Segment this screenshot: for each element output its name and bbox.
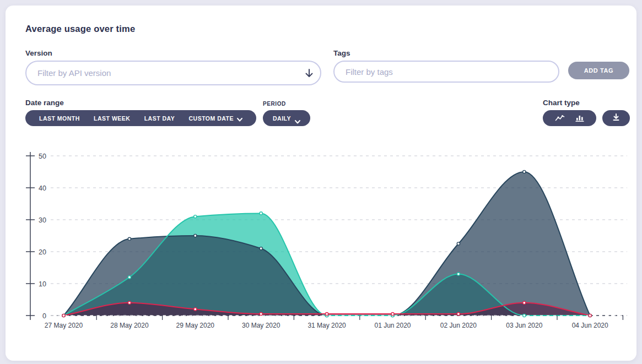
period-dropdown[interactable]: DAILY [263, 110, 310, 126]
svg-text:29 May 2020: 29 May 2020 [176, 322, 215, 329]
svg-text:30 May 2020: 30 May 2020 [242, 322, 280, 329]
chart-type-group [543, 110, 596, 126]
date-range-label: Date range [25, 99, 64, 107]
svg-text:28 May 2020: 28 May 2020 [110, 322, 149, 329]
svg-text:20: 20 [39, 248, 46, 256]
chart-type-label: Chart type [543, 99, 580, 107]
tags-filter-input[interactable] [333, 61, 559, 83]
svg-text:50: 50 [39, 153, 46, 160]
chevron-down-icon [237, 116, 242, 120]
svg-text:0: 0 [42, 312, 46, 320]
line-chart-icon[interactable] [554, 113, 566, 123]
usage-chart-svg: 0102030405027 May 202028 May 202029 May … [22, 148, 634, 338]
svg-text:31 May 2020: 31 May 2020 [307, 322, 346, 329]
svg-text:30: 30 [39, 216, 46, 224]
svg-text:01 Jun 2020: 01 Jun 2020 [374, 322, 411, 329]
download-icon [612, 113, 620, 123]
page-title: Average usage over time [25, 24, 135, 34]
usage-chart: 0102030405027 May 202028 May 202029 May … [22, 148, 634, 338]
usage-panel: Average usage over time Version Tags ADD… [6, 6, 636, 361]
svg-text:10: 10 [39, 280, 46, 288]
svg-text:02 Jun 2020: 02 Jun 2020 [440, 322, 477, 329]
period-selected-value: DAILY [273, 115, 291, 122]
last-day-button[interactable]: LAST DAY [144, 115, 175, 122]
last-month-button[interactable]: LAST MONTH [39, 115, 80, 122]
svg-text:03 Jun 2020: 03 Jun 2020 [506, 322, 542, 329]
version-filter-input[interactable] [25, 61, 321, 85]
download-chart-button[interactable] [602, 110, 630, 126]
last-week-button[interactable]: LAST WEEK [94, 115, 130, 122]
date-range-group: LAST MONTH LAST WEEK LAST DAY CUSTOM DAT… [25, 110, 256, 126]
version-label: Version [25, 49, 52, 57]
add-tag-button[interactable]: ADD TAG [568, 62, 629, 79]
bar-chart-icon[interactable] [574, 113, 585, 123]
period-label: PERIOD [263, 101, 286, 107]
custom-date-button[interactable]: CUSTOM DATE [188, 115, 242, 122]
chevron-down-icon [295, 116, 300, 120]
svg-text:27 May 2020: 27 May 2020 [45, 322, 83, 329]
svg-text:04 Jun 2020: 04 Jun 2020 [572, 322, 608, 329]
tags-label: Tags [333, 49, 350, 57]
svg-text:40: 40 [39, 184, 46, 192]
arrow-down-icon[interactable] [303, 67, 315, 79]
